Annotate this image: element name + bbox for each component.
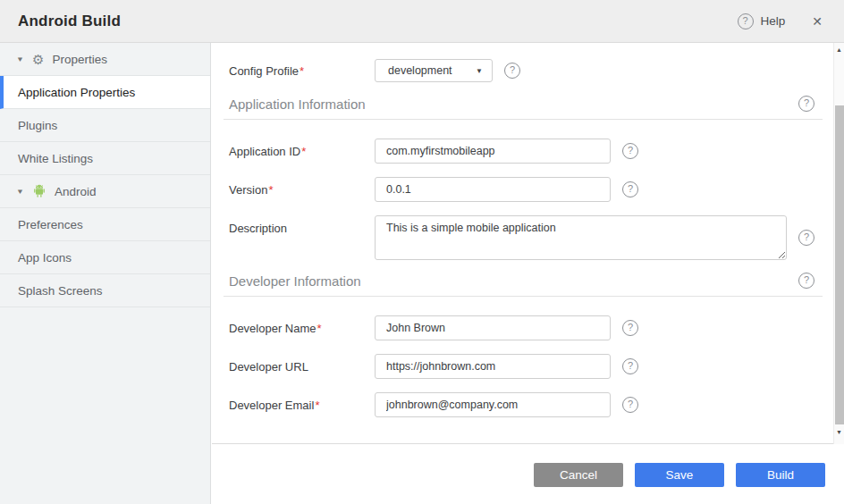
sidebar-item-application-properties[interactable]: Application Properties xyxy=(0,76,210,109)
close-icon[interactable]: ✕ xyxy=(808,13,826,30)
sidebar-item-label: Application Properties xyxy=(18,86,135,99)
developer-email-row: Developer Email* ? xyxy=(229,392,833,417)
sidebar-item-label: Properties xyxy=(52,53,107,66)
developer-name-input[interactable] xyxy=(375,315,611,340)
sidebar-item-preferences[interactable]: Preferences xyxy=(0,208,210,241)
application-id-help-icon[interactable]: ? xyxy=(622,143,638,159)
required-asterisk: * xyxy=(268,183,273,197)
scrollbar-thumb[interactable] xyxy=(835,105,844,424)
sidebar-item-white-listings[interactable]: White Listings xyxy=(0,142,210,175)
sidebar-item-label: Plugins xyxy=(18,119,57,132)
required-asterisk: * xyxy=(300,64,304,78)
application-id-row: Application ID* ? xyxy=(229,139,833,164)
sidebar-item-app-icons[interactable]: App Icons xyxy=(0,241,210,274)
android-icon xyxy=(32,184,46,198)
required-asterisk: * xyxy=(315,399,319,412)
sidebar-item-label: Android xyxy=(55,185,97,198)
section-help-icon[interactable]: ? xyxy=(798,273,814,289)
config-profile-row: Config Profile* development ▼ ? xyxy=(229,59,833,82)
config-profile-help-icon[interactable]: ? xyxy=(504,63,520,79)
version-row: Version* ? xyxy=(229,177,833,202)
android-build-dialog: Android Build ? Help ✕ ▼ ⚙ Properties Ap… xyxy=(0,0,844,504)
vertical-scrollbar[interactable]: ▲ ▼ xyxy=(833,43,844,444)
help-circle-icon: ? xyxy=(738,13,754,29)
scroll-down-arrow-icon[interactable]: ▼ xyxy=(834,429,844,435)
section-title: Developer Information xyxy=(229,273,798,289)
sidebar-item-label: App Icons xyxy=(18,251,72,265)
developer-name-row: Developer Name* ? xyxy=(229,315,833,340)
sidebar-item-plugins[interactable]: Plugins xyxy=(0,109,210,142)
sidebar-item-label: Splash Screens xyxy=(18,284,103,298)
developer-name-help-icon[interactable]: ? xyxy=(622,320,638,336)
developer-email-help-icon[interactable]: ? xyxy=(622,397,638,413)
config-profile-label: Config Profile* xyxy=(229,64,375,78)
section-title: Application Information xyxy=(229,97,798,112)
help-label: Help xyxy=(761,14,786,28)
description-row: Description This is a simple mobile appl… xyxy=(229,215,833,260)
cancel-button[interactable]: Cancel xyxy=(534,463,623,487)
sidebar-item-splash-screens[interactable]: Splash Screens xyxy=(0,274,210,307)
description-help-icon[interactable]: ? xyxy=(798,230,814,246)
required-asterisk: * xyxy=(317,322,322,335)
help-button[interactable]: ? Help xyxy=(738,13,786,29)
sidebar-item-properties[interactable]: ▼ ⚙ Properties xyxy=(0,43,210,76)
section-developer-information: Developer Information ? xyxy=(224,273,823,297)
application-id-input[interactable] xyxy=(375,139,611,164)
sidebar-item-label: Preferences xyxy=(18,218,83,231)
build-button[interactable]: Build xyxy=(736,463,825,487)
page-title: Android Build xyxy=(18,13,738,30)
version-help-icon[interactable]: ? xyxy=(622,181,638,197)
application-id-label: Application ID* xyxy=(229,145,375,158)
version-input[interactable] xyxy=(375,177,611,202)
collapse-arrow-icon[interactable]: ▼ xyxy=(16,55,24,63)
title-bar: Android Build ? Help ✕ xyxy=(0,0,844,43)
required-asterisk: * xyxy=(301,145,306,158)
form-scroll-area: Config Profile* development ▼ ? Applicat… xyxy=(212,43,844,444)
config-profile-value: development xyxy=(388,64,476,77)
scroll-up-arrow-icon[interactable]: ▲ xyxy=(834,46,844,53)
developer-name-label: Developer Name* xyxy=(229,322,375,335)
gear-icon: ⚙ xyxy=(32,53,44,66)
form-content: Config Profile* development ▼ ? Applicat… xyxy=(212,43,833,444)
dropdown-arrow-icon: ▼ xyxy=(476,67,483,75)
version-label: Version* xyxy=(229,183,375,197)
section-application-information: Application Information ? xyxy=(224,96,823,120)
main-panel: Config Profile* development ▼ ? Applicat… xyxy=(212,43,844,504)
developer-url-help-icon[interactable]: ? xyxy=(622,358,638,374)
footer-bar: Cancel Save Build xyxy=(212,445,844,504)
config-profile-select[interactable]: development ▼ xyxy=(375,59,493,82)
sidebar-item-android[interactable]: ▼ Android xyxy=(0,175,210,208)
description-label: Description xyxy=(229,215,375,235)
section-help-icon[interactable]: ? xyxy=(798,96,814,112)
developer-url-label: Developer URL xyxy=(229,360,375,374)
developer-url-input[interactable] xyxy=(375,354,611,379)
description-textarea[interactable]: This is a simple mobile application xyxy=(375,215,787,260)
sidebar-item-label: White Listings xyxy=(18,152,93,165)
collapse-arrow-icon[interactable]: ▼ xyxy=(16,188,24,196)
developer-email-input[interactable] xyxy=(375,392,611,417)
developer-url-row: Developer URL ? xyxy=(229,354,833,379)
sidebar: ▼ ⚙ Properties Application Properties Pl… xyxy=(0,43,211,504)
developer-email-label: Developer Email* xyxy=(229,399,375,412)
save-button[interactable]: Save xyxy=(635,463,724,487)
